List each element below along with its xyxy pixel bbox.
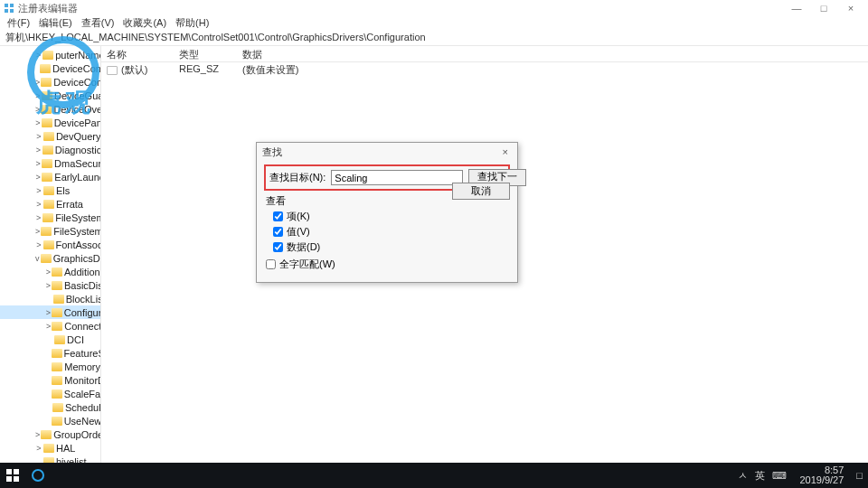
tree-item[interactable]: hivelist [0, 455, 100, 463]
tree-item[interactable]: >DevicePanels [0, 116, 100, 129]
tree-item[interactable]: >FileSystemUtil [0, 224, 100, 238]
menu-view[interactable]: 查看(V) [78, 16, 118, 31]
tree-item[interactable]: Scheduler [0, 400, 100, 414]
system-tray[interactable]: ㅅ 英 ⌨ 8:57 2019/9/27 □ [732, 465, 868, 485]
tree-item[interactable]: ScaleFactor [0, 387, 100, 400]
expand-arrow-icon[interactable]: > [34, 186, 43, 195]
tree-item[interactable]: DeviceContainers [0, 61, 100, 75]
dialog-close-button[interactable]: × [499, 146, 512, 157]
expand-arrow-icon[interactable]: > [45, 308, 52, 317]
tree-item[interactable]: >AdditionalM [0, 265, 100, 278]
tree-item[interactable]: BlockList [0, 292, 100, 305]
expand-arrow-icon[interactable]: > [45, 281, 52, 290]
tree-item[interactable]: >FileSystem [0, 211, 100, 224]
tree-item[interactable]: UseNewKey [0, 414, 100, 427]
expand-arrow-icon[interactable]: > [34, 145, 42, 155]
tree-item[interactable]: >HAL [0, 441, 100, 455]
expand-arrow-icon[interactable]: > [34, 240, 43, 249]
expand-arrow-icon[interactable]: > [34, 444, 43, 453]
clock[interactable]: 8:57 2019/9/27 [794, 465, 849, 485]
tree-item[interactable]: MonitorDat [0, 373, 100, 387]
menu-edit[interactable]: 编辑(E) [35, 16, 76, 31]
tree-item[interactable]: >Configuratio [0, 305, 100, 319]
tree-item[interactable]: >BasicDispla [0, 278, 100, 292]
tree-item[interactable]: >Errata [0, 197, 100, 211]
tree-label: EarlyLaunch [54, 172, 100, 183]
folder-icon [43, 132, 54, 141]
close-button[interactable]: × [837, 3, 864, 14]
expand-arrow-icon[interactable]: > [34, 105, 41, 114]
tray-arrow-icon[interactable]: ㅅ [738, 469, 748, 483]
menu-favorites[interactable]: 收藏夹(A) [119, 16, 170, 31]
expand-arrow-icon[interactable]: > [34, 132, 43, 141]
tree-label: Connectivit [64, 321, 100, 332]
tree-item[interactable]: >DmaSecurity [0, 156, 100, 170]
tree-label: FileSystem [55, 212, 100, 223]
tree-label: Diagnostics [55, 145, 100, 155]
expand-arrow-icon[interactable]: > [45, 322, 52, 331]
check-data[interactable] [273, 242, 283, 252]
check-keys[interactable] [273, 211, 283, 221]
expand-arrow-icon[interactable]: > [34, 78, 41, 87]
tree-item[interactable]: >DeviceGuard [0, 89, 100, 102]
tree-item[interactable]: >FontAssoc [0, 238, 100, 251]
ime-icon[interactable]: ⌨ [772, 470, 787, 482]
cancel-button[interactable]: 取消 [452, 183, 510, 200]
ime-indicator[interactable]: 英 [755, 469, 765, 483]
tree-label: ScaleFactor [64, 389, 100, 399]
maximize-button[interactable]: □ [810, 3, 837, 14]
tree-label: HAL [56, 443, 75, 454]
tree-label: DeviceContain [53, 77, 100, 88]
address-bar[interactable]: 算机\HKEY_LOCAL_MACHINE\SYSTEM\ControlSet0… [0, 31, 868, 45]
expand-arrow-icon[interactable]: > [34, 227, 41, 236]
dialog-titlebar[interactable]: 查找 × [257, 143, 517, 161]
folder-icon [52, 322, 62, 331]
expand-arrow-icon[interactable]: > [34, 91, 42, 100]
list-header: 名称 类型 数据 [101, 46, 868, 62]
find-target-input[interactable] [331, 170, 463, 185]
tree-item[interactable]: >DevQuery [0, 129, 100, 143]
expand-arrow-icon[interactable]: > [34, 430, 41, 439]
expand-arrow-icon[interactable]: > [45, 267, 52, 277]
folder-icon [40, 64, 51, 73]
notification-icon[interactable]: □ [856, 470, 863, 481]
tree-item[interactable]: >EarlyLaunch [0, 170, 100, 183]
row-name: (默认) [121, 64, 147, 75]
tree-item[interactable]: vGraphicsDrivers [0, 251, 100, 265]
tree-item[interactable]: >Connectivit [0, 319, 100, 333]
check-values[interactable] [273, 227, 283, 237]
row-data: (数值未设置) [237, 62, 345, 77]
tree-label: hivelist [56, 456, 87, 464]
menu-help[interactable]: 帮助(H) [172, 16, 212, 31]
tree-item[interactable]: >DeviceContain [0, 75, 100, 89]
expand-arrow-icon[interactable]: > [34, 173, 42, 182]
expand-arrow-icon[interactable]: > [34, 51, 42, 60]
tree-panel[interactable]: >puterNameDeviceContainers>DeviceContain… [0, 46, 101, 463]
tree-item[interactable]: DCI [0, 333, 100, 346]
minimize-button[interactable]: — [783, 3, 810, 14]
tree-item[interactable]: >DeviceOverrid [0, 102, 100, 116]
check-whole[interactable] [266, 259, 276, 269]
tree-label: BasicDispla [64, 280, 100, 291]
list-row[interactable]: (默认) REG_SZ (数值未设置) [101, 62, 868, 77]
tree-label: DmaSecurity [54, 158, 100, 169]
tree-item[interactable]: FeatureSetU [0, 346, 100, 360]
start-button[interactable] [0, 463, 25, 488]
expand-arrow-icon[interactable]: > [34, 213, 42, 222]
tree-item[interactable]: MemoryMa [0, 360, 100, 373]
tree-item[interactable]: >Els [0, 183, 100, 197]
tree-item[interactable]: >Diagnostics [0, 143, 100, 156]
task-app-icon[interactable] [25, 463, 51, 488]
expand-arrow-icon[interactable]: > [34, 118, 42, 127]
tree-item[interactable]: >GroupOrderLis [0, 427, 100, 441]
col-data[interactable]: 数据 [237, 46, 345, 61]
expand-arrow-icon[interactable]: v [34, 254, 41, 263]
folder-icon [43, 444, 54, 453]
tree-label: FileSystemUtil [53, 226, 100, 237]
col-type[interactable]: 类型 [174, 46, 237, 61]
menu-file[interactable]: 件(F) [4, 16, 33, 31]
tree-item[interactable]: >puterName [0, 48, 100, 61]
expand-arrow-icon[interactable]: > [34, 200, 43, 209]
expand-arrow-icon[interactable]: > [34, 159, 42, 168]
col-name[interactable]: 名称 [101, 46, 174, 61]
